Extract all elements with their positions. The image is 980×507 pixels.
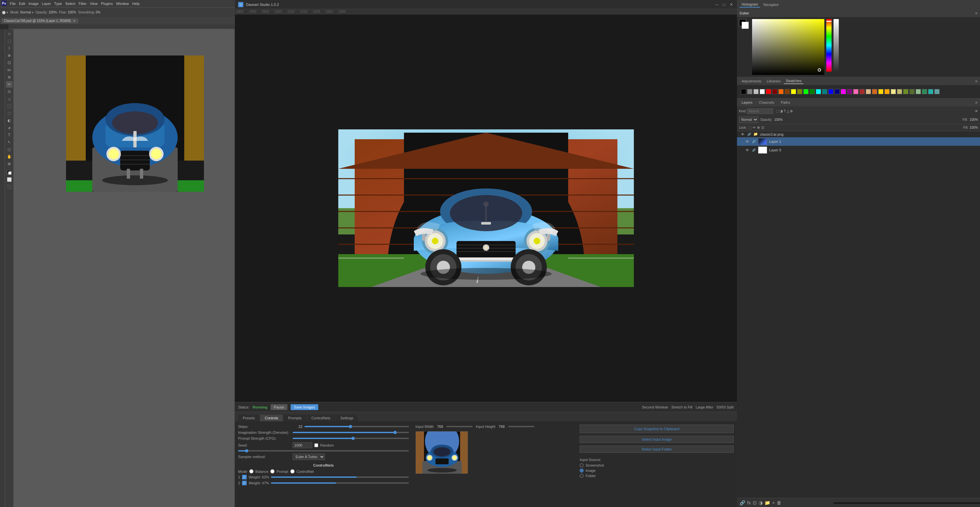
ps-menu-select[interactable]: Select: [65, 2, 76, 6]
swatch-color[interactable]: [859, 89, 865, 94]
layer-0[interactable]: 👁 🔗 Layer 0: [737, 146, 980, 154]
tab-adjustments[interactable]: Adjustments: [740, 78, 764, 84]
lock-image-icon[interactable]: ✏: [753, 126, 756, 130]
close-btn[interactable]: ✕: [729, 2, 734, 7]
brush-tool[interactable]: ✏: [6, 81, 13, 88]
color-gradient-saturation[interactable]: [752, 19, 824, 75]
lock-artboard-icon[interactable]: ⊡: [761, 126, 764, 130]
cn1-checkbox[interactable]: ✓: [242, 475, 247, 479]
healing-tool[interactable]: ⊛: [6, 74, 13, 81]
brush-tool-selector[interactable]: ⬤ ▾: [2, 11, 8, 14]
blur-tool[interactable]: ◌: [6, 110, 13, 116]
cn2-checkbox[interactable]: ✓: [242, 481, 247, 485]
pen-tool[interactable]: ⌀: [6, 124, 13, 131]
layer-0-eye[interactable]: 👁: [745, 148, 749, 153]
swatch-color[interactable]: [853, 89, 859, 94]
move-tool[interactable]: ⊹: [6, 30, 13, 37]
image-radio-dot[interactable]: [580, 469, 584, 472]
swatch-color[interactable]: [897, 89, 902, 94]
cfg-slider[interactable]: [293, 438, 409, 439]
lock-position-icon[interactable]: ⊕: [757, 126, 760, 130]
swatch-color[interactable]: [885, 89, 890, 94]
tab-channels[interactable]: Channels: [757, 100, 776, 105]
swatches-panel-menu[interactable]: ≡: [975, 79, 977, 83]
ps-menu-edit[interactable]: Edit: [19, 2, 25, 6]
tab-settings[interactable]: Settings: [336, 415, 358, 421]
clone-tool[interactable]: ⊙: [6, 88, 13, 95]
screenshot-radio-dot[interactable]: [580, 463, 584, 467]
swatch-color[interactable]: [797, 89, 802, 94]
layer-link-btn[interactable]: 🔗: [740, 500, 745, 505]
flow-control[interactable]: Flow: 100%: [59, 11, 76, 14]
lasso-tool[interactable]: ⌇: [6, 45, 13, 52]
eyedropper-tool[interactable]: ⌲: [6, 67, 13, 73]
filter-smart-icon[interactable]: ⊕: [790, 109, 793, 113]
swatch-color[interactable]: [791, 89, 796, 94]
seed-slider[interactable]: [238, 450, 409, 451]
swatch-color[interactable]: [828, 89, 834, 94]
tab-layers[interactable]: Layers: [740, 100, 754, 105]
tab-controlnets[interactable]: ControlNets: [307, 415, 335, 421]
swatch-color[interactable]: [866, 89, 871, 94]
opacity-control[interactable]: Opacity: 100%: [35, 11, 57, 14]
color-hue-strip[interactable]: [826, 19, 832, 72]
cn1-slider[interactable]: [271, 477, 409, 478]
zoom-tool[interactable]: ⊕: [6, 161, 13, 167]
swatch-color[interactable]: [872, 89, 877, 94]
layer-visibility-on[interactable]: 👁: [975, 109, 978, 113]
ps-menu-window[interactable]: Window: [116, 2, 129, 6]
swatch-color[interactable]: [934, 89, 940, 94]
controlnet-radio[interactable]: [290, 469, 294, 474]
swatch-color[interactable]: [760, 89, 765, 94]
folder-radio-item[interactable]: Folder: [580, 474, 734, 478]
select-input-folder-button[interactable]: Select Input Folder: [580, 446, 734, 453]
color-panel-menu[interactable]: ≡: [975, 11, 977, 15]
color-alpha-strip[interactable]: [834, 19, 839, 72]
layer-mask-btn[interactable]: ⊡: [753, 500, 757, 505]
layer-add-btn[interactable]: +: [772, 500, 775, 505]
filter-type-icon[interactable]: T: [784, 109, 786, 113]
layer-group-classiccar[interactable]: 👁 🔗 📁 classicCar.png: [737, 131, 980, 137]
swatch-color[interactable]: [922, 89, 927, 94]
gradient-tool[interactable]: ⬛: [6, 103, 13, 109]
swatch-color[interactable]: [816, 89, 821, 94]
swatch-color[interactable]: [766, 89, 771, 94]
shape-tool[interactable]: ◻: [6, 146, 13, 153]
layers-search[interactable]: [747, 108, 773, 114]
color-gradient-area[interactable]: [752, 19, 824, 75]
ps-menu-type[interactable]: Type: [54, 2, 62, 6]
swatch-color[interactable]: [747, 89, 752, 94]
hand-tool[interactable]: ✋: [6, 153, 13, 160]
swatch-color[interactable]: [784, 89, 790, 94]
layer-folder-btn[interactable]: 📁: [765, 500, 770, 505]
layer-delete-btn[interactable]: 🗑: [777, 500, 781, 505]
swatch-color[interactable]: [909, 89, 915, 94]
swatch-color[interactable]: [772, 89, 777, 94]
save-images-button[interactable]: Save Images: [291, 404, 318, 410]
mode-selector[interactable]: Mode: Normal ▾: [10, 11, 33, 14]
swatch-color[interactable]: [778, 89, 784, 94]
cn2-slider[interactable]: [271, 482, 409, 484]
foreground-bg-color[interactable]: [6, 169, 13, 176]
close-tab-icon[interactable]: ✕: [73, 19, 76, 23]
swatch-color[interactable]: [847, 89, 852, 94]
tab-libraries[interactable]: Libraries: [765, 78, 783, 84]
copy-snapshot-button[interactable]: Copy Snapshot to Clipboard: [580, 424, 734, 433]
ps-document-tab[interactable]: ClassicCar768.psd @ 133% (Layer 1, RGB/8…: [1, 18, 78, 23]
select-tool[interactable]: ⬚: [6, 38, 13, 45]
smoothing-control[interactable]: Smoothing: 0%: [78, 11, 100, 14]
prompt-radio[interactable]: [270, 469, 275, 474]
input-width-slider[interactable]: [446, 426, 473, 427]
quick-select-tool[interactable]: ⊕: [6, 52, 13, 59]
screen-mode[interactable]: ⬜: [6, 176, 13, 183]
background-swatch[interactable]: [741, 22, 749, 29]
ps-menu-plugins[interactable]: Plugins: [101, 2, 113, 6]
ps-menu-view[interactable]: View: [90, 2, 98, 6]
path-select-tool[interactable]: ↖: [6, 139, 13, 145]
eraser-tool[interactable]: ⎐: [6, 95, 13, 102]
swatch-color[interactable]: [891, 89, 896, 94]
swatch-color[interactable]: [835, 89, 840, 94]
layer-adj-btn[interactable]: ◑: [759, 500, 763, 505]
filter-pixel-icon[interactable]: ⬚: [776, 109, 779, 113]
tab-controls[interactable]: Controls: [260, 415, 283, 421]
